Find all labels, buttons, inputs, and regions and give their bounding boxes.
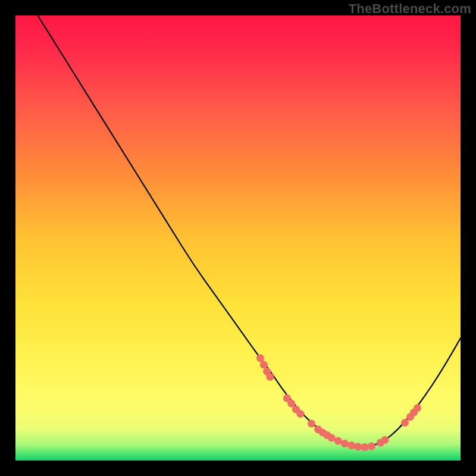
data-marker xyxy=(347,441,355,449)
data-marker xyxy=(334,437,342,445)
gradient-background xyxy=(15,15,461,461)
data-marker xyxy=(260,361,268,369)
data-marker xyxy=(361,443,369,451)
data-marker xyxy=(256,354,264,362)
data-marker xyxy=(308,419,315,427)
data-marker xyxy=(381,436,389,444)
bottleneck-chart xyxy=(15,15,461,461)
data-marker xyxy=(354,443,362,450)
data-marker xyxy=(296,410,304,418)
chart-frame xyxy=(15,15,461,461)
data-marker xyxy=(341,440,349,447)
data-marker xyxy=(266,373,274,381)
data-marker xyxy=(328,434,336,441)
data-marker xyxy=(368,443,375,450)
data-marker xyxy=(401,419,409,427)
data-marker xyxy=(414,404,421,412)
watermark-label: TheBottleneck.com xyxy=(349,1,471,17)
